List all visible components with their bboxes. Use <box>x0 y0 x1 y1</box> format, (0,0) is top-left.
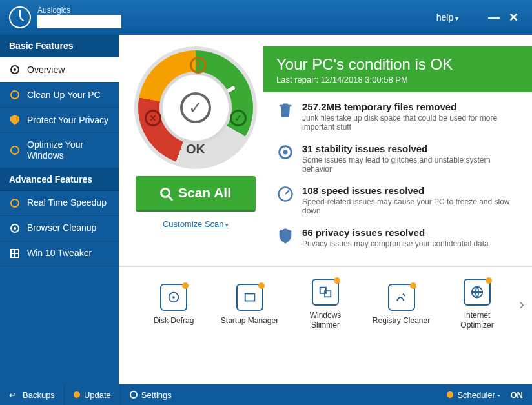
svg-point-1 <box>283 150 288 155</box>
sidebar-item-privacy[interactable]: Protect Your Privacy <box>0 108 119 133</box>
tool-label: Registry Cleaner <box>373 316 431 326</box>
settings-label: Settings <box>141 390 172 400</box>
app-logo-icon <box>9 6 31 28</box>
tools-next-arrow[interactable]: › <box>519 295 524 313</box>
gauge-mark-error-icon: ✕ <box>145 110 161 126</box>
status-title: Your PC's condition is OK <box>276 55 519 74</box>
tool-label: Disk Defrag <box>145 316 203 326</box>
result-heading: 31 stability issues resolved <box>302 143 519 154</box>
privacy-icon <box>9 114 21 126</box>
sidebar-header-basic: Basic Features <box>0 35 119 57</box>
sidebar-item-overview[interactable]: Overview <box>0 57 119 83</box>
settings-button[interactable]: Settings <box>121 384 181 405</box>
scan-all-button[interactable]: Scan All <box>136 176 256 212</box>
status-header: Your PC's condition is OK Last repair: 1… <box>263 46 532 92</box>
sidebar-item-label: Browser Cleanup <box>27 222 96 233</box>
scheduler-dot-icon <box>447 391 453 398</box>
update-label: Update <box>84 390 111 400</box>
tool-registry-cleaner[interactable]: Registry Cleaner <box>373 284 431 326</box>
gauge-check-icon: ✓ <box>180 92 211 123</box>
tool-windows-slimmer[interactable]: Windows Slimmer <box>296 279 354 330</box>
sidebar-item-speedup[interactable]: Real Time Speedup <box>0 191 119 216</box>
sidebar-header-advanced: Advanced Features <box>0 168 119 191</box>
result-item: 257.2MB temporary files removed Junk fil… <box>276 101 519 132</box>
shield-icon <box>276 227 294 245</box>
result-desc: Privacy issues may compromise your confi… <box>302 239 489 248</box>
optimize-icon <box>9 144 21 156</box>
backups-label: Backups <box>23 390 55 400</box>
sidebar-item-label: Overview <box>27 64 65 75</box>
tool-label: Startup Manager <box>221 316 279 326</box>
tweaker-icon <box>9 248 21 259</box>
result-item: 66 privacy issues resolved Privacy issue… <box>276 227 519 248</box>
gear-icon <box>276 143 294 161</box>
result-heading: 66 privacy issues resolved <box>302 227 489 238</box>
sidebar-item-label: Clean Up Your PC <box>27 90 101 101</box>
sidebar-item-cleanup[interactable]: Clean Up Your PC <box>0 83 119 108</box>
speed-icon <box>276 185 294 203</box>
titlebar: Auslogics BoostSpeed 10 help — ✕ <box>0 0 532 35</box>
result-desc: Some issues may lead to glitches and uns… <box>302 155 519 173</box>
gauge-mark-warning-icon: ! <box>190 57 207 74</box>
internet-icon <box>464 279 491 306</box>
gauge-mark-ok-icon: ✓ <box>230 110 247 126</box>
result-heading: 108 speed issues resolved <box>302 185 519 196</box>
gear-icon <box>130 391 138 399</box>
tools-row: Disk Defrag Startup Manager Windows Slim… <box>119 266 532 342</box>
svg-rect-5 <box>245 293 254 301</box>
result-desc: Speed-related issues may cause your PC t… <box>302 197 519 215</box>
bottombar: Backups Update Settings Scheduler - ON <box>0 384 532 405</box>
result-heading: 257.2MB temporary files removed <box>302 101 519 112</box>
gauge-label: OK <box>128 142 263 157</box>
result-item: 108 speed issues resolved Speed-related … <box>276 185 519 215</box>
tool-internet-optimizer[interactable]: Internet Optimizer <box>448 279 506 330</box>
slimmer-icon <box>312 279 339 306</box>
overview-icon <box>9 64 21 75</box>
close-button[interactable]: ✕ <box>504 10 523 25</box>
sidebar-item-tweaker[interactable]: Win 10 Tweaker <box>0 241 119 266</box>
tool-label: Internet Optimizer <box>448 311 506 330</box>
sidebar-item-label: Protect Your Privacy <box>27 115 108 126</box>
search-icon <box>160 188 170 198</box>
update-button[interactable]: Update <box>65 384 121 405</box>
back-icon <box>9 390 19 400</box>
cleanup-icon <box>9 89 21 101</box>
scheduler-label: Scheduler - <box>457 390 500 400</box>
registry-icon <box>388 284 415 311</box>
brand-block: Auslogics BoostSpeed 10 <box>37 6 121 28</box>
sidebar-item-optimize[interactable]: Optimize Your Windows <box>0 133 119 168</box>
backups-button[interactable]: Backups <box>0 384 65 405</box>
sidebar-item-label: Optimize Your Windows <box>27 139 110 161</box>
sidebar-item-label: Real Time Speedup <box>27 197 107 208</box>
startup-icon <box>236 284 263 311</box>
brand-main: BoostSpeed 10 <box>37 15 121 28</box>
minimize-button[interactable]: — <box>484 11 504 25</box>
sidebar-item-browser[interactable]: Browser Cleanup <box>0 216 119 241</box>
scheduler-toggle[interactable]: Scheduler - ON <box>438 384 532 405</box>
svg-point-4 <box>172 296 175 299</box>
scheduler-state: ON <box>511 390 524 400</box>
browser-icon <box>9 222 21 234</box>
update-dot-icon <box>74 391 80 398</box>
status-last-repair: Last repair: 12/14/2018 3:00:58 PM <box>276 75 519 84</box>
trash-icon <box>276 101 294 119</box>
main-content: ✕ ! ✓ ✓ OK Scan All Customize Scan <box>119 35 532 384</box>
scan-button-label: Scan All <box>178 185 231 201</box>
results-list: 257.2MB temporary files removed Junk fil… <box>263 92 532 248</box>
tool-disk-defrag[interactable]: Disk Defrag <box>145 284 203 326</box>
tool-startup-manager[interactable]: Startup Manager <box>221 284 279 326</box>
tool-label: Windows Slimmer <box>296 311 354 330</box>
customize-scan-link[interactable]: Customize Scan <box>163 219 229 229</box>
result-desc: Junk files take up disk space that could… <box>302 114 519 132</box>
help-menu[interactable]: help <box>436 12 458 23</box>
result-item: 31 stability issues resolved Some issues… <box>276 143 519 173</box>
sidebar-item-label: Win 10 Tweaker <box>27 248 92 259</box>
speedup-icon <box>9 197 21 209</box>
sidebar: Basic Features Overview Clean Up Your PC… <box>0 35 119 384</box>
disk-defrag-icon <box>160 284 187 311</box>
